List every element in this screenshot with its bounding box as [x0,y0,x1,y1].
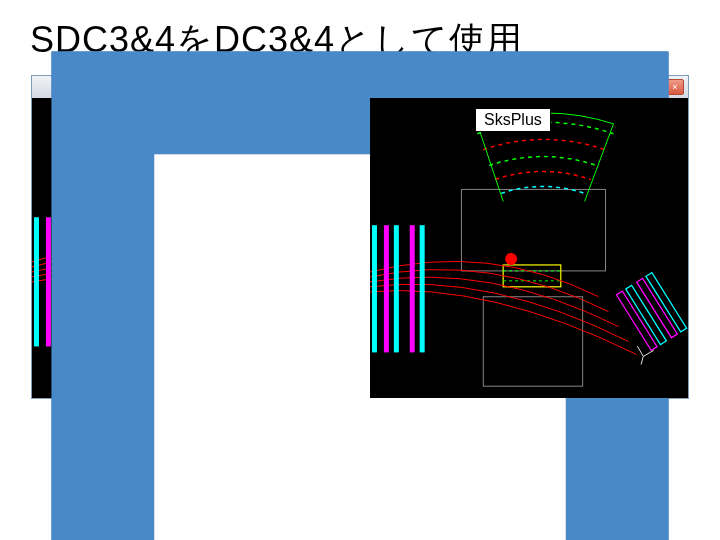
svg-rect-36 [626,285,667,344]
label-sksplus: SksPlus [475,108,551,132]
viewport-sksplus[interactable]: SksPlus [370,98,688,398]
window-sksplus: viewer-0 (OpenGLImmediateX) _ □ × [369,75,689,399]
svg-rect-34 [420,225,425,352]
detector-diagram-sksplus [370,98,688,396]
app-icon [374,80,388,94]
svg-rect-35 [616,291,657,350]
svg-rect-38 [646,273,687,332]
svg-rect-32 [394,225,399,352]
svg-rect-37 [637,278,678,337]
titlebar[interactable]: viewer-0 (OpenGLImmediateX) _ □ × [370,76,688,98]
svg-line-41 [638,356,646,364]
svg-rect-24 [483,297,582,386]
svg-rect-23 [461,189,605,270]
svg-line-40 [637,346,643,356]
svg-rect-25 [503,265,561,287]
svg-line-39 [643,350,653,356]
svg-rect-31 [384,225,389,352]
svg-point-28 [505,253,517,265]
window-row: viewer-0 (OpenGLImmediateX) _ □ × [0,75,720,399]
svg-rect-33 [410,225,415,352]
svg-rect-30 [372,225,377,352]
